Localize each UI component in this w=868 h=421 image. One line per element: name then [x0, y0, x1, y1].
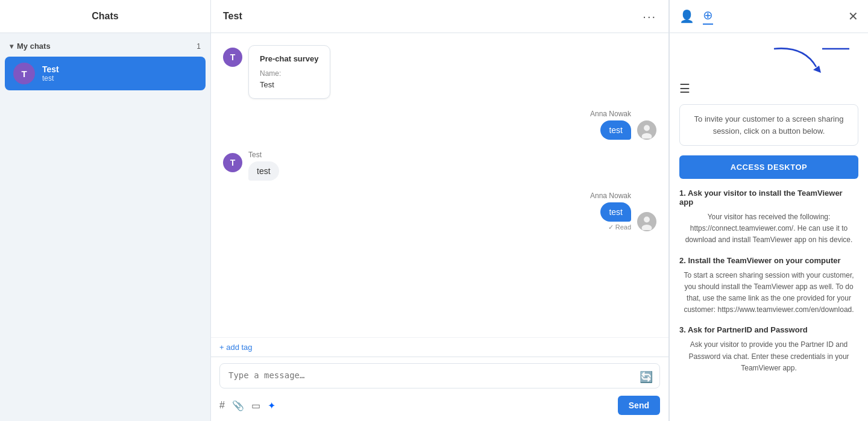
pre-chat-title: Pre-chat survey — [260, 54, 319, 63]
agent-avatar — [637, 120, 656, 140]
message-input[interactable] — [219, 363, 660, 388]
visitor-bubble: test — [248, 161, 279, 181]
avatar: T — [13, 63, 35, 84]
hashtag-icon[interactable]: # — [219, 400, 225, 411]
step1-text: Your visitor has received the following:… — [679, 211, 858, 246]
add-tag-row: + add tag — [211, 337, 668, 357]
sidebar-header: Chats — [0, 0, 210, 33]
chat-list-item[interactable]: T Test test — [5, 57, 206, 90]
right-panel-icons: 👤 ⊕ — [679, 8, 713, 25]
sidebar: Chats ▾ My chats 1 T Test test — [0, 0, 211, 421]
right-panel-body: ☰ To invite your customer to a screen sh… — [670, 33, 868, 421]
pre-chat-name-field: Name: Test — [260, 69, 319, 90]
sidebar-title: Chats — [92, 11, 118, 22]
agent-message-2: Anna Nowak test ✓ Read — [223, 192, 656, 231]
input-toolbar: # 📎 ▭ ✦ Send — [219, 396, 660, 415]
close-icon[interactable]: ✕ — [848, 9, 858, 23]
agent-bubble: test — [600, 120, 631, 140]
svg-point-1 — [644, 125, 650, 131]
chat-preview: test — [42, 74, 59, 83]
visitor-message-content: Test test — [248, 151, 279, 181]
main-chat-panel: Test ··· T Pre-chat survey Name: Test An… — [211, 0, 669, 421]
my-chats-text: My chats — [17, 42, 51, 51]
agent-name: Anna Nowak — [590, 110, 631, 118]
my-chats-row: ▾ My chats 1 — [0, 33, 210, 57]
arrow-annotation — [768, 43, 852, 79]
more-options-icon[interactable]: ··· — [643, 10, 656, 23]
agent-avatar-2 — [637, 212, 656, 231]
chevron-down-icon: ▾ — [10, 42, 13, 51]
input-area: 🔄 # 📎 ▭ ✦ Send — [211, 357, 668, 421]
chat-header-actions: ··· — [643, 10, 656, 23]
tooltip-box: To invite your customer to a screen shar… — [679, 104, 858, 146]
visitor-message-1: T Test test — [223, 151, 656, 181]
agent-message-content: Anna Nowak test — [590, 110, 631, 140]
screen-share-tab-icon[interactable]: ⊕ — [703, 8, 713, 25]
message-wrapper: 🔄 — [219, 363, 660, 391]
input-tools: # 📎 ▭ ✦ — [219, 400, 275, 411]
pre-chat-name-value: Test — [260, 80, 274, 89]
chat-info: Test test — [42, 64, 59, 83]
pre-chat-bubble: Pre-chat survey Name: Test — [248, 45, 330, 99]
chat-header: Test ··· — [211, 0, 668, 33]
my-chats-count: 1 — [197, 42, 201, 51]
right-panel-header: 👤 ⊕ ✕ — [670, 0, 868, 33]
agent-bubble-2: test — [600, 202, 631, 222]
step3-text: Ask your visitor to provide you the Part… — [679, 339, 858, 374]
chat-title: Test — [223, 11, 242, 22]
agent-name-2: Anna Nowak — [590, 192, 631, 200]
send-button[interactable]: Send — [618, 396, 660, 415]
step1-title: 1. Ask your visitor to install the TeamV… — [679, 189, 858, 207]
svg-point-4 — [644, 217, 650, 223]
pre-chat-name-label: Name: — [260, 69, 319, 78]
step3-title: 3. Ask for PartnerID and Password — [679, 325, 858, 334]
visitor-avatar: T — [223, 48, 242, 67]
dropbox-icon[interactable]: ✦ — [268, 400, 275, 411]
svg-marker-6 — [813, 66, 821, 73]
attachment-icon[interactable]: 📎 — [232, 400, 244, 411]
screen-share-icon[interactable]: ▭ — [251, 400, 260, 411]
my-chats-label[interactable]: ▾ My chats — [10, 42, 51, 51]
user-profile-icon[interactable]: 👤 — [679, 9, 694, 23]
visitor-avatar-2: T — [223, 153, 242, 172]
visitor-name: Test — [248, 151, 279, 159]
messages-list: T Pre-chat survey Name: Test Anna Nowak … — [211, 33, 668, 337]
step3-section: 3. Ask for PartnerID and Password Ask yo… — [679, 325, 858, 374]
agent-message-content-2: Anna Nowak test ✓ Read — [590, 192, 631, 231]
step1-section: 1. Ask your visitor to install the TeamV… — [679, 189, 858, 246]
hamburger-icon[interactable]: ☰ — [679, 81, 858, 96]
access-desktop-button[interactable]: ACCESS DESKTOP — [679, 155, 858, 179]
add-tag-button[interactable]: + add tag — [219, 343, 253, 352]
right-panel: 👤 ⊕ ✕ ☰ To invite your customer to a scr… — [669, 0, 868, 421]
agent-message-1: Anna Nowak test — [223, 110, 656, 140]
pre-chat-message: T Pre-chat survey Name: Test — [223, 45, 656, 99]
read-status: ✓ Read — [608, 223, 631, 231]
chat-name: Test — [42, 64, 59, 74]
step2-section: 2. Install the TeamViewer on your comput… — [679, 256, 858, 316]
tooltip-text: To invite your customer to a screen shar… — [694, 114, 844, 136]
step2-title: 2. Install the TeamViewer on your comput… — [679, 256, 858, 265]
refresh-icon[interactable]: 🔄 — [640, 370, 653, 384]
step2-text: To start a screen sharing session with y… — [679, 270, 858, 316]
